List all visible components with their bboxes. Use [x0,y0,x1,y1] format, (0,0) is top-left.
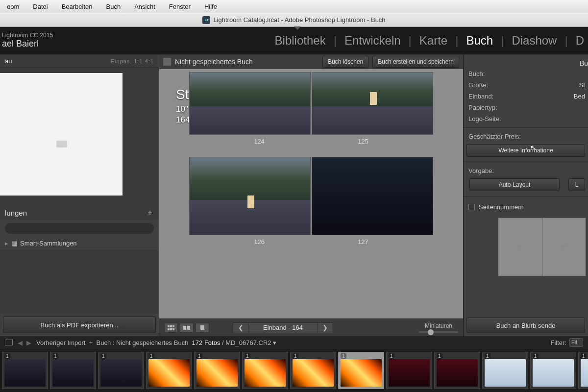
menu-book[interactable]: Buch [99,3,128,10]
svg-rect-8 [200,325,204,330]
filter-dropdown[interactable]: Fil [569,338,583,347]
identity-plate: Lightroom CC 2015 ael Baierl [0,32,53,49]
panel-left: au Einpas. 1:1 4:1 lungen ＋ ▦ Smart-Samm… [0,54,159,336]
row-logo[interactable]: Logo-Seite: [464,113,588,124]
page-range-label[interactable]: Einband - 164 [248,322,318,333]
module-bar: Lightroom CC 2015 ael Baierl Bibliothek|… [0,27,588,54]
row-price: Geschätzter Preis: [464,131,588,142]
nav-fwd-icon[interactable]: ▶ [25,339,32,346]
secondary-display-icon[interactable] [5,340,13,345]
module-library[interactable]: Bibliothek [271,34,330,48]
row-preset[interactable]: Vorgabe: [464,165,588,176]
module-develop[interactable]: Entwickeln [341,34,405,48]
os-menubar[interactable]: oom Datei Bearbeiten Buch Ansicht Fenste… [0,0,588,13]
add-page-right-icon[interactable]: + [561,242,567,253]
page-number-126: 126 [254,238,265,245]
export-pdf-button[interactable]: Buch als PDF exportieren... [3,317,156,333]
svg-rect-7 [187,326,190,330]
page-numbers-checkbox[interactable] [468,204,475,210]
row-paper[interactable]: Papiertyp: [464,102,588,113]
thumb-9[interactable]: 1 [386,352,432,389]
book-pages-area[interactable]: Standardquerformat 10" x 8" (25 x 20 cm)… [159,69,463,318]
page-127[interactable] [312,157,433,235]
module-slideshow[interactable]: Diashow [508,34,561,48]
menu-edit[interactable]: Bearbeiten [55,3,99,10]
smart-collections-item[interactable]: ▦ Smart-Sammlungen [0,237,159,250]
identity-line2: ael Baierl [2,39,53,49]
spread-124-125[interactable] [171,72,451,135]
send-to-blurb-button[interactable]: Buch an Blurb sende [466,318,585,333]
next-page-button[interactable]: ❯ [318,322,333,333]
thumb-5[interactable]: 1 [194,352,240,389]
menu-app[interactable]: oom [0,3,26,10]
filter-label: Filter: [551,339,567,346]
page-126[interactable] [189,157,311,235]
svg-rect-5 [172,328,174,330]
save-book-button[interactable]: Buch erstellen und speichern [372,56,459,68]
spread-view-icon[interactable] [180,323,194,333]
thumb-3[interactable]: 1 [98,352,144,389]
collections-head[interactable]: lungen ＋ [0,205,159,220]
collections-filter-input[interactable] [5,223,154,234]
auto-layout-button[interactable]: Auto-Layout [469,178,560,191]
filmstrip[interactable]: 1 1 1 1 1 1 1 1 1 1 1 1 1 [0,349,588,392]
row-size[interactable]: Größe:St [464,79,588,91]
identity-line1: Lightroom CC 2015 [2,32,53,39]
add-collection-icon[interactable]: ＋ [146,208,154,218]
single-page-view-icon[interactable] [196,323,209,333]
more-info-button[interactable]: Weitere Informatione [466,144,585,157]
svg-rect-1 [170,325,172,327]
page-numbers-row[interactable]: Seitennummern [464,199,588,215]
page-number-125: 125 [358,138,368,145]
thumb-11[interactable]: 1 [482,352,528,389]
add-page-left-icon[interactable]: + [517,242,523,253]
multi-page-view-icon[interactable] [164,323,178,333]
margin-preview[interactable]: + + [498,218,586,276]
thumb-8[interactable]: 1 [338,352,384,389]
workspace: au Einpas. 1:1 4:1 lungen ＋ ▦ Smart-Samm… [0,54,588,336]
thumb-1[interactable]: 1 [2,352,48,389]
page-125[interactable] [312,72,433,135]
thumb-7[interactable]: 1 [290,352,336,389]
thumb-4[interactable]: 1 [146,352,192,389]
module-print[interactable]: D [572,34,588,48]
thumb-2[interactable]: 1 [50,352,96,389]
nav-back-icon[interactable]: ◀ [17,339,24,346]
thumbnail-size-control[interactable]: Miniaturen [419,322,458,333]
book-header: Nicht gespeichertes Buch Buch löschen Bu… [159,54,463,69]
thumbnail-label: Miniaturen [419,322,458,329]
panel-center: Nicht gespeichertes Buch Buch löschen Bu… [159,54,464,336]
thumb-10[interactable]: 1 [434,352,480,389]
menu-file[interactable]: Datei [26,3,54,10]
spread-126-127[interactable] [171,157,451,235]
row-cover[interactable]: Einband:Bed [464,91,588,102]
menu-view[interactable]: Ansicht [127,3,162,10]
thumb-13[interactable]: 1 [578,352,588,389]
window-title: Lightroom Catalog.lrcat - Adobe Photosho… [213,16,385,24]
page-number-127: 127 [358,238,368,245]
thumb-6[interactable]: 1 [242,352,288,389]
thumb-12[interactable]: 1 [530,352,576,389]
breadcrumb[interactable]: Vorheriger Import + Buch : Nicht gespeic… [36,339,276,346]
grid-view-icon[interactable] [163,58,171,66]
page-124[interactable] [189,72,311,135]
view-mode-toggle [164,323,209,333]
filmstrip-header: ◀ ▶ Vorheriger Import + Buch : Nicht ges… [0,336,588,349]
zoom-ratios[interactable]: Einpas. 1:1 4:1 [111,58,154,64]
thumbnail-slider[interactable] [419,331,458,333]
book-settings-head[interactable]: Bu [464,54,588,68]
page-numbers-label: Seitennummern [479,203,524,211]
smart-collections-label: Smart-Sammlungen [20,240,77,247]
menu-help[interactable]: Hilfe [197,3,224,10]
preview-thumbnail[interactable] [0,73,122,196]
lightroom-icon: Lr [202,16,210,24]
preview-panel-head[interactable]: au Einpas. 1:1 4:1 [0,54,159,68]
row-book[interactable]: Buch: [464,68,588,79]
clear-layout-button[interactable]: L [568,178,585,191]
delete-book-button[interactable]: Buch löschen [322,56,368,68]
module-map[interactable]: Karte [416,34,451,48]
module-book[interactable]: Buch [462,34,497,48]
panel-collapse-icon[interactable] [294,26,301,30]
prev-page-button[interactable]: ❮ [233,322,248,333]
menu-window[interactable]: Fenster [162,3,197,10]
